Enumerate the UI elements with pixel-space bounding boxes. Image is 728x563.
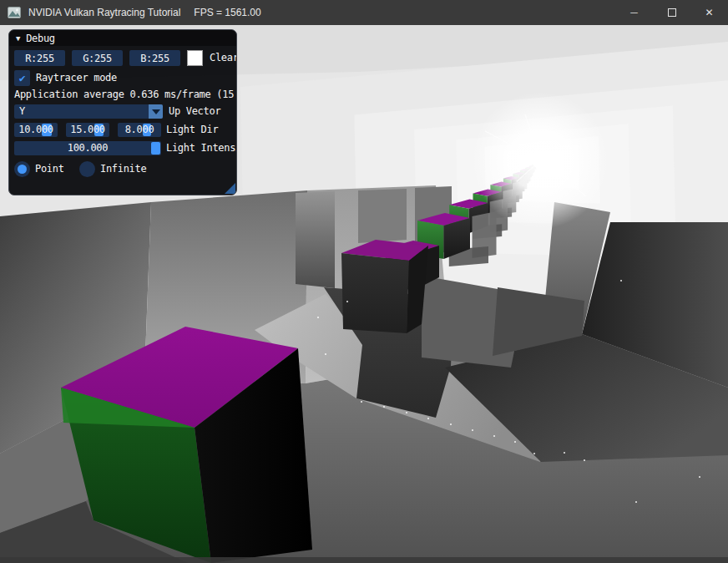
middle-cube — [341, 240, 428, 333]
window-titlebar[interactable]: NVIDIA Vulkan Raytracing Tutorial FPS = … — [0, 0, 728, 25]
noise-speckle — [493, 435, 495, 437]
noise-speckle — [584, 459, 585, 461]
close-icon: ✕ — [705, 7, 713, 18]
red-value-button[interactable]: R:255 — [14, 50, 65, 66]
up-vector-label: Up Vector — [169, 104, 220, 119]
light-intensity-label: Light Intensity — [166, 140, 237, 156]
light-dir-z-value: 8.000 — [118, 123, 161, 137]
light-intensity-slider[interactable]: 100.000 — [14, 141, 161, 155]
window-bottom-border — [0, 557, 728, 563]
light-dir-row: 10.000 15.000 8.000 Light Dir — [9, 123, 236, 137]
stats-row: Application average 0.636 ms/frame (15 — [9, 89, 236, 100]
blue-value-button[interactable]: B:255 — [129, 50, 180, 66]
app-window: NVIDIA Vulkan Raytracing Tutorial FPS = … — [0, 0, 728, 563]
window-title: NVIDIA Vulkan Raytracing Tutorial — [28, 7, 180, 18]
noise-speckle — [361, 401, 362, 403]
clear-color-row: R:255 G:255 B:255 Clear color — [9, 50, 236, 66]
collapse-arrow-icon[interactable]: ▼ — [16, 34, 20, 43]
infinite-light-radio[interactable] — [79, 161, 95, 177]
noise-speckle — [317, 317, 319, 318]
render-viewport[interactable]: ▼ Debug R:255 G:255 B:255 Clear color ✔ … — [0, 25, 728, 563]
chevron-down-icon — [152, 109, 160, 114]
fps-counter: FPS = 1561.00 — [194, 7, 260, 18]
noise-speckle — [620, 280, 622, 282]
light-intensity-value: 100.000 — [14, 141, 161, 155]
light-intensity-row: 100.000 Light Intensity — [9, 141, 236, 155]
noise-speckle — [699, 476, 700, 478]
up-vector-combo[interactable]: Y — [14, 104, 163, 119]
minimize-icon: ─ — [630, 7, 638, 18]
debug-panel-title: Debug — [26, 33, 55, 44]
check-icon: ✔ — [19, 72, 26, 84]
noise-speckle — [450, 424, 452, 425]
middle-cube-front — [341, 253, 409, 333]
light-dir-x-slider[interactable]: 10.000 — [14, 123, 58, 137]
app-icon — [8, 6, 21, 19]
maximize-button[interactable] — [653, 0, 690, 25]
light-type-row: Point Infinite — [9, 161, 236, 178]
pillar-reflection-2 — [358, 189, 407, 243]
noise-speckle — [406, 412, 407, 413]
up-vector-row: Y Up Vector — [9, 104, 236, 119]
point-light-radio[interactable] — [14, 161, 30, 177]
point-light-label: Point — [35, 161, 64, 177]
clear-color-label: Clear color — [210, 50, 237, 66]
noise-speckle — [533, 453, 535, 454]
resize-grip[interactable] — [225, 183, 235, 194]
close-button[interactable]: ✕ — [690, 0, 728, 25]
raytracer-checkbox-label: Raytracer mode — [36, 70, 117, 86]
raytracer-checkbox[interactable]: ✔ — [14, 70, 30, 86]
green-value-button[interactable]: G:255 — [72, 50, 123, 66]
debug-panel[interactable]: ▼ Debug R:255 G:255 B:255 Clear color ✔ … — [8, 29, 237, 195]
light-dir-z-slider[interactable]: 8.000 — [118, 123, 161, 137]
light-dir-label: Light Dir — [166, 122, 218, 138]
raytracer-row: ✔ Raytracer mode — [9, 70, 236, 86]
frame-stats-text: Application average 0.636 ms/frame (15 — [14, 89, 234, 100]
up-vector-value: Y — [19, 104, 25, 119]
noise-speckle — [564, 452, 565, 454]
infinite-light-label: Infinite — [100, 161, 146, 177]
minimize-button[interactable]: ─ — [615, 0, 653, 25]
pillar-reflection-1 — [296, 191, 335, 288]
radio-dot-icon — [18, 165, 27, 174]
noise-speckle — [427, 418, 429, 419]
noise-speckle — [346, 301, 348, 302]
combo-dropdown-button[interactable] — [149, 104, 163, 119]
clear-color-swatch[interactable] — [187, 50, 203, 66]
noise-speckle — [635, 501, 637, 503]
light-dir-y-slider[interactable]: 15.000 — [66, 123, 109, 137]
light-dir-x-value: 10.000 — [14, 123, 58, 137]
noise-speckle — [325, 353, 326, 355]
maximize-icon — [668, 8, 676, 17]
light-dir-y-value: 15.000 — [66, 123, 109, 137]
noise-speckle — [383, 406, 385, 408]
debug-panel-titlebar[interactable]: ▼ Debug — [9, 30, 236, 46]
noise-speckle — [472, 429, 473, 431]
noise-speckle — [514, 441, 516, 443]
